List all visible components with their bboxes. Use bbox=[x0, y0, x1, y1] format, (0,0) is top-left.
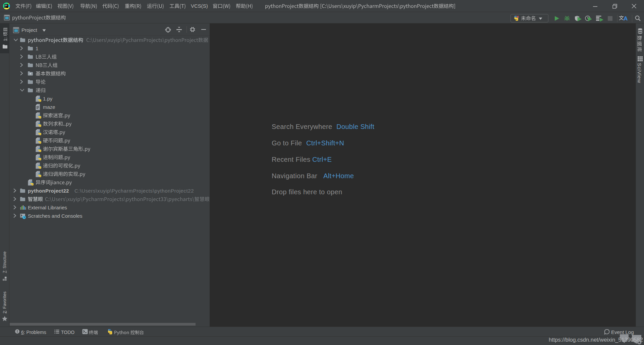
svg-text:PC: PC bbox=[5, 4, 8, 6]
